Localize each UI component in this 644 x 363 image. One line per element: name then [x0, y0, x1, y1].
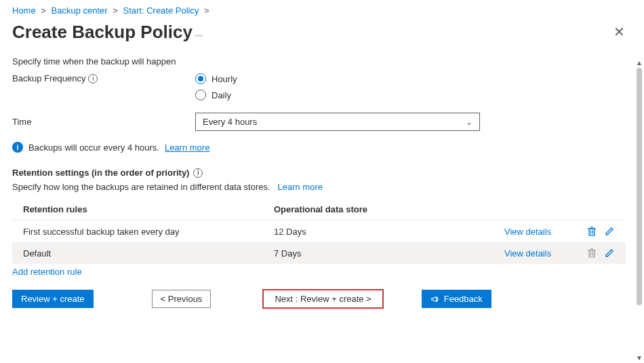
rule-name: Default: [23, 248, 274, 259]
next-review-create-button[interactable]: Next : Review + create >: [262, 289, 383, 309]
megaphone-icon: [430, 294, 440, 304]
col-operational-store: Operational data store: [274, 204, 504, 214]
crumb-start-create-policy[interactable]: Start: Create Policy: [123, 5, 199, 16]
rule-store: 7 Days: [274, 248, 504, 259]
retention-settings-heading: Retention settings (in the order of prio…: [12, 168, 189, 178]
radio-hourly-label: Hourly: [212, 74, 237, 84]
retention-learn-more-link[interactable]: Learn more: [277, 182, 322, 192]
view-details-link[interactable]: View details: [504, 227, 586, 237]
add-retention-rule-link[interactable]: Add retention rule: [12, 267, 82, 277]
radio-dot-icon: [195, 90, 206, 100]
feedback-label: Feedback: [444, 294, 483, 304]
radio-dot-icon: [195, 73, 206, 84]
crumb-backup-center[interactable]: Backup center: [52, 5, 108, 16]
learn-more-link[interactable]: Learn more: [165, 142, 209, 153]
time-select-value: Every 4 hours: [203, 117, 257, 127]
delete-icon: [586, 248, 597, 259]
crumb-home[interactable]: Home: [12, 5, 36, 16]
feedback-button[interactable]: Feedback: [422, 290, 491, 308]
info-icon[interactable]: i: [193, 168, 203, 178]
scroll-down-icon[interactable]: ▼: [636, 354, 643, 362]
radio-daily-label: Daily: [212, 90, 231, 100]
backup-frequency-label: Backup Frequency: [12, 73, 85, 83]
retention-table: Retention rules Operational data store F…: [12, 199, 626, 264]
scroll-thumb[interactable]: [637, 68, 642, 305]
delete-icon[interactable]: [586, 226, 597, 237]
info-icon: i: [12, 142, 23, 153]
breadcrumb: Home > Backup center > Start: Create Pol…: [12, 5, 632, 16]
previous-button[interactable]: < Previous: [152, 290, 212, 308]
vertical-scrollbar[interactable]: ▲ ▼: [636, 58, 643, 362]
time-label: Time: [12, 117, 31, 127]
svg-rect-0: [589, 229, 595, 235]
chevron-down-icon: ⌄: [466, 117, 472, 127]
review-create-button[interactable]: Review + create: [12, 290, 94, 308]
rule-name: First successful backup taken every day: [23, 227, 274, 237]
view-details-link[interactable]: View details: [504, 248, 586, 259]
info-icon[interactable]: i: [88, 74, 98, 83]
rule-store: 12 Days: [274, 227, 504, 237]
svg-rect-5: [589, 250, 595, 257]
edit-icon[interactable]: [604, 248, 615, 259]
radio-hourly[interactable]: Hourly: [195, 73, 237, 84]
backup-info-text: Backups will occur every 4 hours.: [28, 142, 159, 153]
close-button[interactable]: ✕: [607, 21, 632, 43]
specify-time-label: Specify time when the backup will happen: [12, 56, 632, 66]
table-row: Default 7 Days View details: [12, 242, 626, 264]
time-select[interactable]: Every 4 hours ⌄: [195, 113, 480, 131]
retention-desc: Specify how long the backups are retaine…: [12, 182, 270, 192]
col-retention-rules: Retention rules: [23, 204, 274, 214]
table-row: First successful backup taken every day …: [12, 221, 626, 242]
scroll-up-icon[interactable]: ▲: [636, 58, 643, 66]
radio-daily[interactable]: Daily: [195, 90, 237, 100]
backup-frequency-radio-group: Hourly Daily: [195, 73, 237, 100]
edit-icon[interactable]: [604, 226, 615, 237]
more-button[interactable]: ···: [195, 30, 203, 40]
page-title: Create Backup Policy: [12, 22, 193, 42]
